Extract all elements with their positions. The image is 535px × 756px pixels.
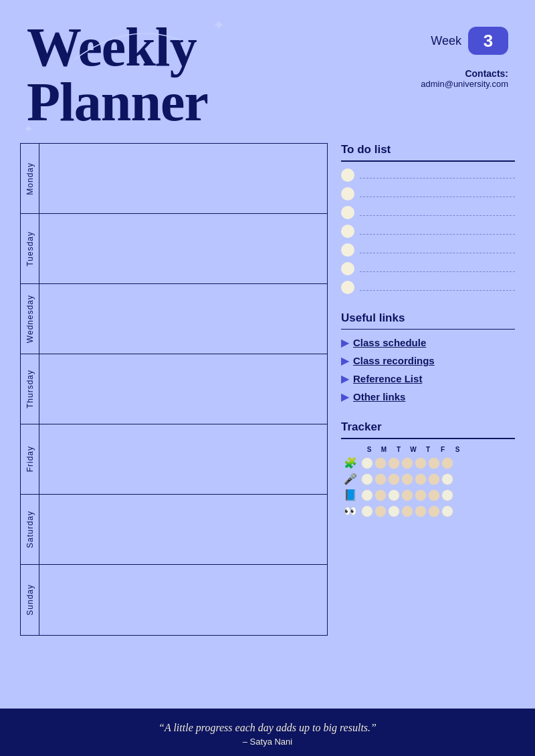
day-row: Thursday (21, 354, 327, 424)
day-content-sunday[interactable] (39, 565, 327, 635)
todo-item[interactable] (341, 243, 515, 257)
footer-quote: “A little progress each day adds up to b… (27, 722, 508, 734)
tracker-row-3: 📘 (341, 489, 515, 502)
tracker-dot[interactable] (401, 505, 413, 517)
link-item[interactable]: ▶ Reference List (341, 372, 515, 385)
tracker-divider (341, 438, 515, 439)
day-row: Friday (21, 424, 327, 495)
tracker-dot[interactable] (361, 505, 373, 517)
tracker-dot[interactable] (441, 457, 453, 469)
todo-item[interactable] (341, 262, 515, 275)
todo-circle (341, 262, 354, 275)
tracker-dot[interactable] (388, 489, 400, 501)
tracker-dot[interactable] (374, 457, 387, 469)
arrow-icon: ▶ (341, 354, 349, 367)
tracker-dot[interactable] (374, 473, 387, 485)
tracker-dot[interactable] (415, 457, 427, 469)
class-schedule-link[interactable]: Class schedule (353, 337, 426, 348)
links-section: Useful links ▶ Class schedule ▶ Class re… (341, 311, 515, 409)
tracker-dot[interactable] (428, 473, 440, 485)
todo-line (360, 209, 515, 216)
tracker-dot[interactable] (388, 457, 400, 469)
arrow-icon: ▶ (341, 372, 349, 385)
tracker-dot[interactable] (401, 457, 413, 469)
tracker-dot[interactable] (374, 489, 387, 501)
link-item[interactable]: ▶ Class schedule (341, 336, 515, 349)
tracker-dot[interactable] (401, 473, 413, 485)
tracker-icon-1: 🧩 (341, 457, 360, 470)
day-content-monday[interactable] (39, 144, 327, 213)
todo-line (360, 247, 515, 253)
right-panel: To do list (341, 143, 515, 636)
links-divider (341, 329, 515, 330)
tracker-dot[interactable] (401, 489, 413, 501)
tracker-dot[interactable] (388, 473, 400, 485)
week-number-badge: 3 (468, 27, 508, 55)
todo-item[interactable] (341, 206, 515, 219)
day-content-friday[interactable] (39, 424, 327, 494)
links-title: Useful links (341, 311, 515, 325)
todo-circle (341, 168, 354, 182)
day-content-thursday[interactable] (39, 354, 327, 424)
day-content-wednesday[interactable] (39, 284, 327, 354)
tracker-dot[interactable] (441, 473, 453, 485)
todo-circle (341, 225, 354, 238)
tracker-dot[interactable] (415, 473, 427, 485)
tracker-icon-4: 👀 (341, 505, 360, 518)
day-row: Sunday (21, 565, 327, 635)
day-row: Wednesday (21, 284, 327, 354)
tracker-row-4: 👀 (341, 505, 515, 518)
tracker-dot[interactable] (374, 505, 387, 517)
todo-item[interactable] (341, 187, 515, 201)
tracker-dot[interactable] (441, 505, 453, 517)
tracker-dot[interactable] (428, 505, 440, 517)
day-row: Monday (21, 144, 327, 214)
tracker-dot[interactable] (428, 457, 440, 469)
tracker-dot[interactable] (441, 489, 453, 501)
tracker-day-w: W (407, 446, 420, 453)
arrow-icon: ▶ (341, 390, 349, 403)
todo-item[interactable] (341, 225, 515, 238)
class-recordings-link[interactable]: Class recordings (353, 355, 435, 366)
tracker-dot[interactable] (361, 457, 373, 469)
day-content-saturday[interactable] (39, 495, 327, 564)
day-label-sunday: Sunday (21, 565, 39, 635)
tracker-section: Tracker S M T W T F S 🧩 (341, 420, 515, 521)
tracker-dot[interactable] (388, 505, 400, 517)
day-label-monday: Monday (21, 144, 39, 213)
tracker-day-s2: S (451, 446, 464, 453)
link-item[interactable]: ▶ Other links (341, 390, 515, 403)
todo-divider (341, 160, 515, 162)
day-label-tuesday: Tuesday (21, 214, 39, 283)
reference-list-link[interactable]: Reference List (353, 373, 422, 384)
tracker-row-2: 🎤 (341, 473, 515, 486)
todo-title: To do list (341, 143, 515, 156)
star-bottom-left-icon: ✦ (23, 122, 33, 136)
tracker-icon-2: 🎤 (341, 473, 360, 486)
tracker-dot[interactable] (415, 505, 427, 517)
day-label-wednesday: Wednesday (21, 284, 39, 354)
footer-author: – Satya Nani (27, 737, 508, 747)
tracker-dot[interactable] (415, 489, 427, 501)
tracker-dot[interactable] (428, 489, 440, 501)
day-content-tuesday[interactable] (39, 214, 327, 283)
todo-item[interactable] (341, 168, 515, 182)
day-row: Saturday (21, 495, 327, 565)
tracker-title: Tracker (341, 420, 515, 434)
todo-circle (341, 206, 354, 219)
schedule-grid: Monday Tuesday Wednesday Thursday Friday… (20, 143, 328, 636)
todo-line (360, 228, 515, 235)
tracker-dot[interactable] (361, 489, 373, 501)
todo-item[interactable] (341, 281, 515, 294)
week-label: Week (431, 34, 461, 48)
link-item[interactable]: ▶ Class recordings (341, 354, 515, 367)
todo-circle (341, 281, 354, 294)
tracker-dot[interactable] (361, 473, 373, 485)
title-block: ✦ ✦ Weekly Planner (27, 20, 208, 130)
other-links-link[interactable]: Other links (353, 391, 405, 402)
tracker-days-header: S M T W T F S (341, 446, 515, 453)
day-label-thursday: Thursday (21, 354, 39, 424)
tracker-icon-3: 📘 (341, 489, 360, 502)
tracker-day-t2: T (421, 446, 435, 453)
todo-circle (341, 187, 354, 201)
